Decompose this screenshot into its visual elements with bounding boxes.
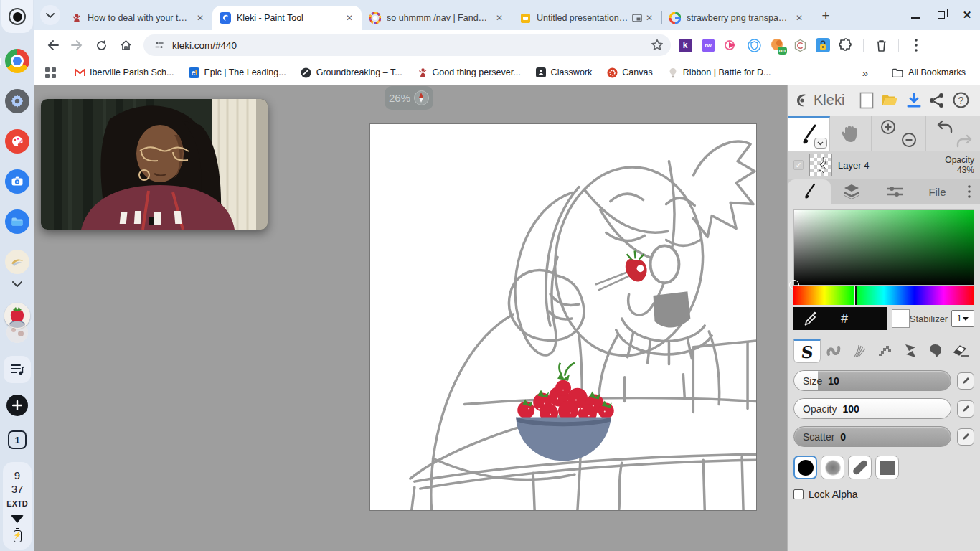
- new-tab-button[interactable]: +: [816, 6, 836, 26]
- scatter-manual-input-button[interactable]: [957, 428, 974, 446]
- zoom-out-button[interactable]: [901, 132, 917, 148]
- tip-calligraphy[interactable]: [848, 456, 872, 479]
- bookmark-iberville[interactable]: Iberville Parish Sch...: [68, 64, 179, 81]
- engine-blend[interactable]: [821, 339, 847, 363]
- layer-visibility-checkbox[interactable]: ✓: [793, 160, 804, 170]
- engine-smudge[interactable]: [923, 339, 949, 363]
- close-button[interactable]: ✕: [961, 9, 973, 21]
- bookmark-goodthing[interactable]: Good thing persever...: [411, 64, 527, 81]
- panel-more-menu[interactable]: [958, 179, 980, 204]
- lock-alpha-checkbox[interactable]: [793, 489, 804, 499]
- extension-shield[interactable]: [747, 38, 761, 52]
- minimize-button[interactable]: [910, 9, 921, 21]
- shelf-item-camera-app[interactable]: [5, 169, 29, 194]
- shelf-item-gallery-app[interactable]: [5, 250, 29, 274]
- url-text[interactable]: kleki.com/#440: [172, 40, 651, 51]
- bookmark-classwork[interactable]: Classwork: [529, 64, 598, 81]
- redo-button[interactable]: [956, 133, 973, 149]
- browser-menu-button[interactable]: [909, 38, 923, 52]
- opacity-slider[interactable]: Opacity100: [793, 398, 951, 419]
- size-slider[interactable]: Size10: [793, 370, 951, 391]
- extensions-menu-button[interactable]: [839, 38, 853, 52]
- forward-button[interactable]: [66, 34, 88, 56]
- bookmark-ribbon[interactable]: Ribbon | Battle for D...: [661, 64, 777, 81]
- extension-adblock-on[interactable]: on: [770, 38, 784, 52]
- undo-button[interactable]: [936, 119, 953, 135]
- size-manual-input-button[interactable]: [957, 372, 974, 390]
- tab-close-button[interactable]: ✕: [493, 11, 506, 24]
- engine-chalk[interactable]: [897, 339, 923, 363]
- extension-screencast[interactable]: [724, 38, 738, 52]
- help-button[interactable]: ?: [953, 92, 969, 108]
- engine-pixel[interactable]: [872, 339, 897, 363]
- bookmark-epic[interactable]: e Epic | The Leading...: [182, 64, 291, 81]
- bookmark-groundbreaking[interactable]: Groundbreaking – T...: [295, 64, 408, 81]
- share-button[interactable]: [929, 93, 945, 108]
- launcher-button[interactable]: [1, 0, 33, 33]
- tab-close-button[interactable]: ✕: [343, 11, 356, 24]
- drawing-canvas[interactable]: [369, 123, 757, 511]
- shelf-add-button[interactable]: [6, 395, 28, 416]
- save-download-button[interactable]: [906, 93, 922, 108]
- tab-strawberry-search[interactable]: strawberry png transparent ✕: [662, 6, 811, 30]
- site-info-icon[interactable]: [152, 38, 166, 52]
- home-button[interactable]: [115, 34, 136, 56]
- hex-input-button[interactable]: #: [841, 311, 848, 326]
- layer-thumbnail[interactable]: [809, 154, 832, 176]
- address-bar[interactable]: kleki.com/#440: [143, 34, 671, 56]
- open-file-button[interactable]: [881, 93, 898, 108]
- stabilizer-select[interactable]: 1: [951, 310, 974, 327]
- tab-teens-video[interactable]: How to deal with your teena ✕: [63, 6, 212, 30]
- tip-square[interactable]: [875, 456, 899, 479]
- hue-slider[interactable]: [793, 286, 974, 305]
- layer-opacity[interactable]: Opacity 43%: [945, 155, 974, 175]
- all-bookmarks-button[interactable]: All Bookmarks: [886, 64, 971, 81]
- extension-hexagon[interactable]: [793, 38, 807, 52]
- tool-zoom[interactable]: [872, 116, 926, 151]
- tool-hand[interactable]: [830, 116, 872, 151]
- tab-edit-settings[interactable]: [873, 179, 916, 204]
- kleki-workspace[interactable]: 26%: [34, 85, 787, 551]
- engine-eraser[interactable]: [948, 339, 974, 363]
- virtual-desk-indicator[interactable]: 1: [8, 430, 27, 449]
- tab-close-button[interactable]: ✕: [793, 11, 806, 24]
- opacity-manual-input-button[interactable]: [957, 400, 974, 418]
- zoom-in-button[interactable]: [880, 119, 896, 135]
- tab-fandom[interactable]: so uhmmm /nav | Fandom ✕: [362, 6, 512, 30]
- shelf-item-canvas-app[interactable]: [5, 129, 29, 154]
- bookmark-star-icon[interactable]: [651, 39, 664, 52]
- extension-password-manager[interactable]: [816, 38, 830, 52]
- lock-alpha-row[interactable]: Lock Alpha: [793, 489, 974, 500]
- shelf-item-files-app[interactable]: [5, 209, 29, 234]
- shelf-item-image-stack[interactable]: [6, 321, 28, 343]
- back-button[interactable]: [42, 34, 63, 56]
- active-layer-row[interactable]: ✓ Layer 4 Opacity 43%: [788, 151, 980, 179]
- shelf-item-media-queue[interactable]: [4, 356, 31, 383]
- scatter-slider[interactable]: Scatter0: [793, 426, 951, 447]
- status-tray[interactable]: 9 37 EXTD: [3, 462, 32, 550]
- extension-kami[interactable]: k: [678, 38, 692, 52]
- reload-button[interactable]: [90, 34, 112, 56]
- extension-readwrite[interactable]: rw: [701, 38, 715, 52]
- shelf-overflow-chevron[interactable]: [12, 281, 22, 287]
- bookmarks-overflow-button[interactable]: »: [857, 67, 874, 79]
- tab-close-button[interactable]: ✕: [643, 11, 656, 24]
- tab-close-button[interactable]: ✕: [194, 11, 207, 24]
- tab-slides[interactable]: Untitled presentation - G ✕: [512, 6, 661, 30]
- tab-scroll-button[interactable]: [40, 5, 60, 25]
- pip-video-overlay[interactable]: [41, 99, 268, 230]
- hue-cursor[interactable]: [855, 286, 857, 305]
- tip-soft-circle[interactable]: [821, 456, 844, 479]
- brush-dropdown-button[interactable]: [814, 138, 827, 149]
- tip-solid-circle[interactable]: [793, 456, 817, 479]
- shelf-item-chrome[interactable]: [5, 49, 29, 73]
- current-color-swatch[interactable]: [892, 309, 909, 328]
- tab-brush-settings[interactable]: [788, 179, 831, 204]
- apps-grid-button[interactable]: [44, 67, 56, 78]
- compass-reset-icon[interactable]: [414, 90, 429, 105]
- downloads-trash-button[interactable]: [874, 38, 888, 52]
- tab-kleki-active[interactable]: Kleki - Paint Tool ✕: [212, 6, 362, 30]
- engine-pen[interactable]: S: [793, 339, 821, 363]
- new-image-button[interactable]: [859, 92, 874, 109]
- eyedropper-button[interactable]: [804, 311, 819, 326]
